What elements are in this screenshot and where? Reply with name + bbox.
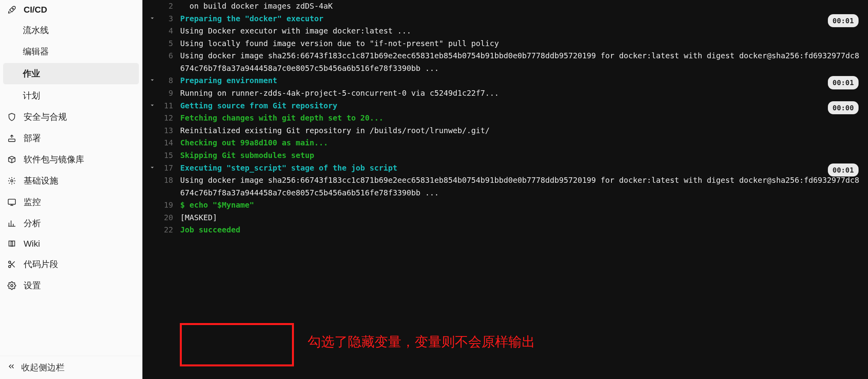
sidebar-item-security[interactable]: 安全与合规 (0, 106, 142, 128)
log-line: 4Using Docker executor with image docker… (146, 25, 862, 37)
sidebar-label-packages: 软件包与镜像库 (24, 154, 84, 165)
sidebar-item-monitor[interactable]: 监控 (0, 191, 142, 213)
log-line: 9Running on runner-zdds-4ak-project-5-co… (146, 87, 862, 100)
annotation-text: 勾选了隐藏变量，变量则不会原样输出 (308, 331, 535, 353)
log-content: Using Docker executor with image docker:… (176, 25, 862, 37)
svg-point-5 (9, 266, 11, 268)
collapse-section-icon (146, 174, 159, 176)
sidebar-item-schedules[interactable]: 计划 (0, 85, 142, 106)
package-icon (7, 155, 17, 164)
sidebar-label-snippets: 代码片段 (24, 258, 58, 270)
log-line: 20[MASKED] (146, 212, 862, 224)
log-line: 15Skipping Git submodules setup (146, 149, 862, 162)
collapse-section-icon (146, 37, 159, 39)
collapse-sidebar-button[interactable]: 收起侧边栏 (0, 356, 142, 379)
line-number[interactable]: 11 (159, 100, 176, 112)
collapse-section-icon (146, 224, 159, 226)
sidebar-label-jobs: 作业 (23, 68, 40, 80)
shield-icon (7, 112, 17, 122)
sidebar-item-packages[interactable]: 软件包与镜像库 (0, 149, 142, 170)
log-content: Executing "step_script" stage of the job… (176, 162, 862, 175)
line-number[interactable]: 18 (159, 174, 176, 187)
collapse-section-icon[interactable] (146, 162, 159, 171)
sidebar-label-monitor: 监控 (24, 196, 41, 208)
collapse-section-icon (146, 212, 159, 214)
log-line: 5Using locally found image version due t… (146, 37, 862, 50)
sidebar-label-analytics: 分析 (24, 217, 41, 229)
sidebar-item-analytics[interactable]: 分析 (0, 213, 142, 234)
collapse-sidebar-label: 收起侧边栏 (21, 362, 65, 373)
line-number[interactable]: 9 (159, 87, 176, 100)
sidebar-label-wiki: Wiki (24, 239, 40, 249)
log-line: 19$ echo "$Myname" (146, 199, 862, 212)
line-number[interactable]: 13 (159, 124, 176, 137)
line-number[interactable]: 3 (159, 13, 176, 25)
log-line: 2 on build docker images zdDS-4aK (146, 0, 862, 13)
svg-point-2 (11, 180, 13, 182)
collapse-section-icon (146, 124, 159, 126)
sidebar-item-wiki[interactable]: Wiki (0, 234, 142, 254)
log-content: Fetching changes with git depth set to 2… (176, 112, 862, 124)
log-line: 13Reinitialized existing Git repository … (146, 124, 862, 137)
line-number[interactable]: 22 (159, 224, 176, 236)
log-line: 12Fetching changes with git depth set to… (146, 112, 862, 124)
svg-point-6 (11, 284, 13, 287)
sidebar-label-infra: 基础设施 (24, 175, 58, 187)
log-content: Job succeeded (176, 224, 862, 236)
sidebar-item-snippets[interactable]: 代码片段 (0, 254, 142, 275)
sidebar-item-infra[interactable]: 基础设施 (0, 170, 142, 191)
log-content: Checking out 99a8d100 as main... (176, 137, 862, 149)
log-line: 14Checking out 99a8d100 as main... (146, 137, 862, 149)
sidebar-item-pipelines[interactable]: 流水线 (0, 20, 142, 41)
collapse-section-icon (146, 87, 159, 89)
collapse-section-icon (146, 25, 159, 27)
log-content: $ echo "$Myname" (176, 199, 862, 212)
line-number[interactable]: 14 (159, 137, 176, 149)
annotation-box (180, 323, 294, 366)
log-content: Skipping Git submodules setup (176, 149, 862, 162)
book-icon (7, 239, 17, 249)
line-number[interactable]: 19 (159, 199, 176, 212)
sidebar-item-editor[interactable]: 编辑器 (0, 41, 142, 62)
line-number[interactable]: 8 (159, 74, 176, 87)
log-line: 3Preparing the "docker" executor00:01 (146, 13, 862, 25)
log-container[interactable]: 2 on build docker images zdDS-4aK3Prepar… (146, 0, 862, 236)
log-content: Using locally found image version due to… (176, 37, 862, 50)
log-line: 11Getting source from Git repository00:0… (146, 100, 862, 112)
sidebar-label-editor: 编辑器 (23, 46, 49, 58)
sidebar-group-cicd: CI/CD 流水线 编辑器 作业 计划 (0, 0, 142, 106)
line-number[interactable]: 15 (159, 149, 176, 162)
monitor-icon (7, 197, 17, 207)
job-log-pane: 2 on build docker images zdDS-4aK3Prepar… (142, 0, 868, 379)
sidebar-item-deploy[interactable]: 部署 (0, 128, 142, 149)
sidebar-item-settings[interactable]: 设置 (0, 275, 142, 296)
line-number[interactable]: 4 (159, 25, 176, 37)
log-content: Using docker image sha256:66743f183cc1c8… (176, 174, 862, 199)
sidebar-spacer (0, 296, 142, 356)
line-number[interactable]: 5 (159, 37, 176, 50)
svg-rect-1 (9, 139, 15, 141)
analytics-icon (7, 219, 17, 228)
collapse-section-icon (146, 137, 159, 139)
line-number[interactable]: 6 (159, 50, 176, 62)
log-line: 6Using docker image sha256:66743f183cc1c… (146, 50, 862, 74)
line-number[interactable]: 2 (159, 0, 176, 13)
log-content: Preparing the "docker" executor (176, 13, 862, 25)
log-content: Running on runner-zdds-4ak-project-5-con… (176, 87, 862, 100)
collapse-section-icon[interactable] (146, 74, 159, 84)
sidebar-item-jobs[interactable]: 作业 (3, 63, 139, 84)
collapse-section-icon (146, 112, 159, 114)
sidebar-label-schedules: 计划 (23, 90, 40, 102)
line-number[interactable]: 12 (159, 112, 176, 124)
log-line: 22Job succeeded (146, 224, 862, 236)
log-content: Using docker image sha256:66743f183cc1c8… (176, 50, 862, 74)
sidebar-item-cicd[interactable]: CI/CD (0, 0, 142, 20)
collapse-section-icon[interactable] (146, 13, 159, 22)
line-number[interactable]: 20 (159, 212, 176, 224)
line-number[interactable]: 17 (159, 162, 176, 175)
sidebar: CI/CD 流水线 编辑器 作业 计划 安全与合规 部署 软件包与镜像库 (0, 0, 142, 379)
collapse-section-icon[interactable] (146, 100, 159, 109)
sidebar-label-security: 安全与合规 (24, 111, 67, 123)
collapse-section-icon (146, 149, 159, 151)
log-line: 17Executing "step_script" stage of the j… (146, 162, 862, 175)
